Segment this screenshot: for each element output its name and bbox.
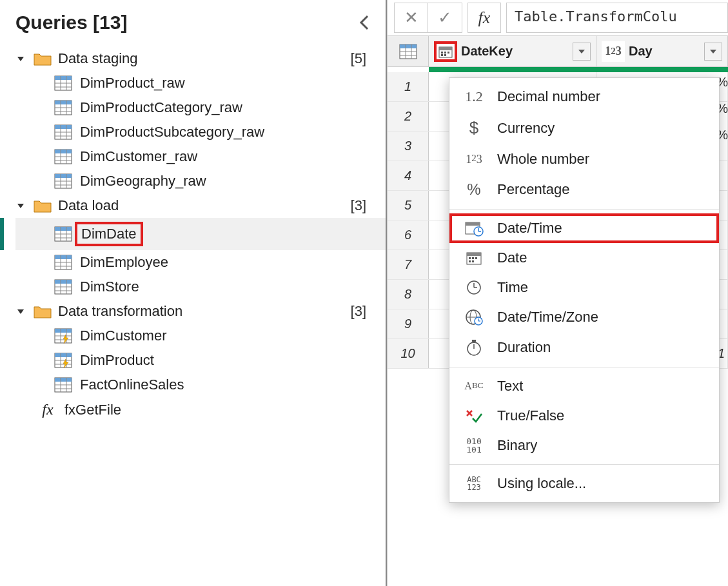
svg-rect-67 (400, 44, 417, 48)
formula-input[interactable]: Table.TransformColu (506, 3, 728, 33)
type-whole-number[interactable]: 123 Whole number (449, 144, 719, 174)
query-label: DimProduct_raw (80, 75, 185, 92)
queries-tree: Data staging [5] DimProduct_raw DimProdu… (0, 46, 386, 422)
svg-rect-88 (475, 257, 477, 259)
svg-rect-73 (439, 47, 452, 50)
query-dimstore[interactable]: DimStore (15, 275, 386, 299)
query-label: DimDate (75, 222, 143, 246)
menu-label: Date (497, 249, 527, 266)
query-label: FactOnlineSales (80, 376, 184, 393)
query-dimproductsubcategory-raw[interactable]: DimProductSubcategory_raw (15, 120, 386, 144)
query-label: DimProductSubcategory_raw (80, 124, 264, 141)
menu-label: Duration (497, 339, 551, 356)
percentage-icon: % (461, 181, 487, 199)
query-label: DimGeography_raw (80, 173, 206, 190)
row-number: 7 (388, 250, 429, 279)
table-options-button[interactable] (388, 36, 429, 66)
column-name: DateKey (461, 44, 513, 59)
group-count: [3] (351, 197, 370, 214)
fx-button[interactable]: fx (467, 3, 501, 33)
svg-rect-1 (55, 76, 72, 80)
query-dimproduct[interactable]: DimProduct (15, 348, 386, 373)
row-number: 1 (388, 72, 429, 101)
cancel-formula-button[interactable]: ✕ (395, 3, 428, 32)
row-number: 5 (388, 191, 429, 220)
type-using-locale[interactable]: ABC123 Using locale... (449, 469, 719, 498)
text-icon: ABC (461, 380, 487, 392)
data-type-menu: 1.2 Decimal number $ Currency 123 Whole … (449, 77, 720, 503)
menu-label: Decimal number (497, 88, 600, 105)
table-lightning-icon (54, 328, 72, 344)
group-label: Data staging (58, 50, 344, 67)
commit-formula-button[interactable]: ✓ (428, 3, 462, 32)
type-date-time-zone[interactable]: Date/Time/Zone (449, 302, 719, 332)
whole-number-icon: 123 (461, 153, 487, 166)
svg-rect-86 (469, 257, 471, 259)
binary-icon: 010101 (461, 437, 487, 454)
query-dimgeography-raw[interactable]: DimGeography_raw (15, 169, 386, 193)
column-filter-button[interactable] (573, 43, 591, 61)
currency-icon: $ (461, 118, 487, 138)
date-time-zone-icon (461, 309, 487, 326)
svg-rect-31 (55, 227, 72, 231)
table-icon (54, 173, 72, 189)
type-currency[interactable]: $ Currency (449, 112, 719, 144)
row-number: 8 (388, 280, 429, 309)
query-dimdate[interactable]: DimDate (15, 218, 386, 250)
svg-rect-74 (441, 52, 443, 54)
collapse-pane-button[interactable] (359, 14, 370, 32)
query-label: DimStore (80, 278, 139, 295)
query-dimcustomer[interactable]: DimCustomer (15, 324, 386, 348)
svg-rect-77 (441, 54, 443, 56)
column-type-icon[interactable]: 123 (602, 41, 625, 62)
query-dimcustomer-raw[interactable]: DimCustomer_raw (15, 144, 386, 169)
type-true-false[interactable]: True/False (449, 401, 719, 431)
row-number: 6 (388, 220, 429, 249)
table-icon (54, 377, 72, 393)
column-type-icon[interactable] (434, 41, 457, 62)
menu-label: Time (497, 279, 528, 296)
caret-down-icon (15, 200, 27, 211)
column-quality-bar (388, 67, 728, 72)
type-duration[interactable]: Duration (449, 332, 719, 363)
type-text[interactable]: ABC Text (449, 371, 719, 401)
duration-icon (461, 338, 487, 356)
menu-label: Date/Time (497, 220, 562, 237)
row-number: 3 (388, 132, 429, 161)
decimal-icon: 1.2 (461, 88, 487, 105)
table-icon (54, 255, 72, 270)
type-binary[interactable]: 010101 Binary (449, 431, 719, 460)
group-data-staging[interactable]: Data staging [5] (15, 46, 386, 71)
query-dimemployee[interactable]: DimEmployee (15, 250, 386, 275)
column-filter-button[interactable] (704, 43, 722, 61)
group-data-transformation[interactable]: Data transformation [3] (15, 299, 386, 324)
svg-rect-19 (55, 150, 72, 153)
queries-title: Queries [13] (15, 12, 127, 34)
query-dimproduct-raw[interactable]: DimProduct_raw (15, 71, 386, 95)
type-time[interactable]: Time (449, 273, 719, 302)
group-data-load[interactable]: Data load [3] (15, 193, 386, 218)
column-header-day[interactable]: 123 Day (596, 36, 728, 66)
query-label: DimCustomer_raw (80, 148, 197, 165)
type-percentage[interactable]: % Percentage (449, 174, 719, 205)
folder-icon (34, 199, 52, 213)
selection-indicator (0, 218, 4, 250)
menu-label: Whole number (497, 151, 589, 168)
query-dimproductcategory-raw[interactable]: DimProductCategory_raw (15, 95, 386, 120)
formula-bar: ✕ ✓ fx Table.TransformColu (388, 0, 728, 36)
type-decimal-number[interactable]: 1.2 Decimal number (449, 82, 719, 112)
query-factonlinesales[interactable]: FactOnlineSales (15, 373, 386, 397)
svg-rect-13 (55, 125, 72, 129)
query-fxgetfile[interactable]: fx fxGetFile (15, 397, 386, 422)
group-label: Data load (58, 197, 344, 214)
svg-rect-80 (466, 222, 480, 226)
svg-rect-101 (472, 340, 476, 342)
svg-rect-7 (55, 101, 72, 104)
menu-label: True/False (497, 407, 564, 424)
type-date-time[interactable]: Date/Time (449, 213, 719, 243)
column-header-datekey[interactable]: DateKey (429, 36, 596, 66)
svg-rect-55 (55, 353, 72, 357)
type-date[interactable]: Date (449, 243, 719, 273)
svg-rect-43 (55, 280, 72, 284)
menu-label: Currency (497, 120, 555, 137)
